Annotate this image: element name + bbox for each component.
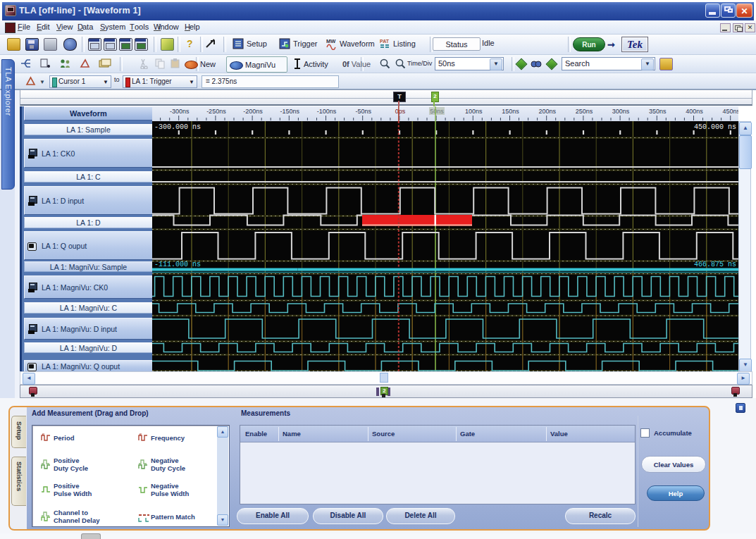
svg-text:-100ns: -100ns (317, 108, 337, 115)
svg-text:466.875 ns: 466.875 ns (694, 261, 736, 268)
svg-text:400ns: 400ns (686, 108, 703, 115)
svg-text:-200ns: -200ns (243, 108, 263, 115)
svg-text:150ns: 150ns (502, 108, 519, 115)
svg-text:-300.000 ns: -300.000 ns (154, 123, 201, 131)
svg-text:-50ns: -50ns (355, 108, 371, 115)
svg-text:-300ns: -300ns (170, 108, 190, 115)
svg-text:250ns: 250ns (576, 108, 593, 115)
svg-text:0ps: 0ps (395, 108, 406, 115)
svg-text:450.000 ns: 450.000 ns (694, 123, 736, 131)
svg-text:-150ns: -150ns (280, 108, 300, 115)
svg-text:PAT: PAT (380, 39, 390, 44)
svg-text:200ns: 200ns (538, 108, 556, 115)
svg-text:350ns: 350ns (649, 108, 667, 115)
svg-text:300ns: 300ns (612, 108, 630, 115)
svg-text:-250ns: -250ns (206, 108, 226, 115)
svg-text:MW: MW (326, 38, 336, 44)
svg-text:-111.000 ns: -111.000 ns (154, 261, 201, 268)
svg-text:450ns: 450ns (722, 108, 738, 115)
svg-text:100ns: 100ns (465, 108, 483, 115)
